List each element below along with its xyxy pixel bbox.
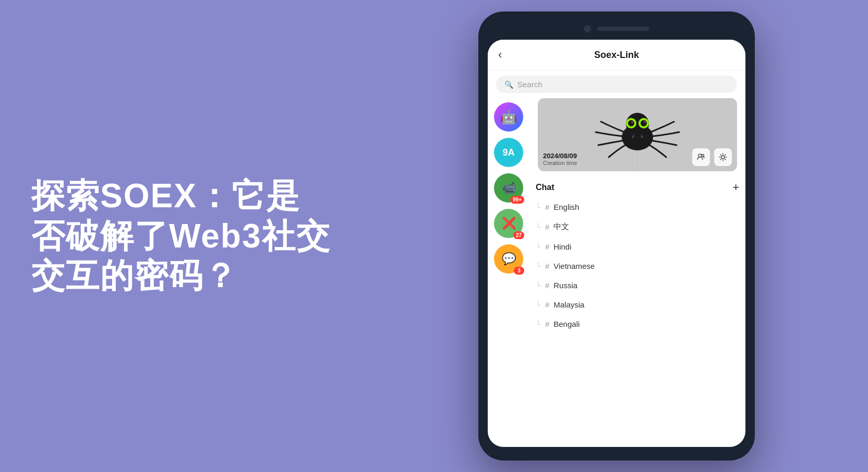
right-section: ‹ Soex-Link 🔍 Search 🤖 [365, 11, 868, 461]
indent-icon-7: └ [536, 320, 541, 328]
9a-label: 9A [502, 147, 514, 158]
speaker-bar [597, 27, 649, 31]
phone-notch [488, 21, 745, 37]
headline: 探索SOEX：它是否破解了Web3社交交互的密码？ [31, 176, 334, 296]
hash-icon-4: # [545, 262, 549, 270]
channel-item-russia[interactable]: └ # Russia [536, 276, 739, 295]
svg-point-9 [641, 120, 647, 126]
search-placeholder: Search [517, 80, 542, 89]
green2-icon: ❌ [502, 217, 516, 230]
channel-name-hindi: Hindi [553, 242, 571, 251]
hash-icon-1: # [545, 203, 549, 211]
indent-icon-2: └ [536, 223, 541, 231]
hash-icon-5: # [545, 281, 549, 290]
green1-icon: 📹 [502, 181, 516, 195]
phone-screen: ‹ Soex-Link 🔍 Search 🤖 [488, 40, 745, 447]
channel-item-bengali[interactable]: └ # Bengali [536, 314, 739, 334]
channel-name-english: English [553, 203, 579, 211]
banner-people-button[interactable] [692, 148, 710, 166]
channel-item-vietnamese[interactable]: └ # Vietnamese [536, 256, 739, 276]
chat-add-button[interactable]: + [732, 182, 739, 193]
avatar-orange[interactable]: 💬 3 [494, 244, 523, 274]
scrollable-area: Chat + └ # English └ [529, 175, 745, 447]
channel-item-chinese[interactable]: └ # 中文 [536, 217, 739, 237]
orange-icon: 💬 [502, 252, 516, 266]
avatars-column: 🤖 9A 📹 99+ ❌ 27 [488, 98, 529, 447]
avatar-green1[interactable]: 📹 99+ [494, 173, 523, 203]
chat-area: Chat + └ # English └ [529, 175, 745, 334]
indent-icon-3: └ [536, 243, 541, 251]
app-header: ‹ Soex-Link [488, 40, 745, 70]
svg-point-10 [631, 121, 633, 123]
channel-name-russia: Russia [553, 281, 577, 290]
svg-point-8 [628, 120, 634, 126]
banner-subtitle: Creation time [543, 160, 577, 166]
badge-99: 99+ [510, 196, 524, 204]
spider-svg [585, 101, 690, 169]
hash-icon-6: # [545, 300, 549, 309]
badge-3: 3 [514, 267, 524, 275]
channel-list: └ # English └ # 中文 └ [536, 197, 739, 334]
main-content: 2024/08/09 Creation time [529, 98, 745, 447]
settings-icon [719, 153, 727, 161]
channel-item-malaysia[interactable]: └ # Malaysia [536, 295, 739, 314]
svg-point-13 [702, 155, 704, 157]
indent-icon-1: └ [536, 203, 541, 211]
avatar-9a[interactable]: 9A [494, 138, 523, 167]
indent-icon-5: └ [536, 281, 541, 290]
channel-item-english[interactable]: └ # English [536, 197, 739, 217]
hash-icon-2: # [545, 222, 549, 231]
svg-point-12 [698, 154, 702, 157]
left-section: 探索SOEX：它是否破解了Web3社交交互的密码？ [0, 134, 365, 338]
search-icon: 🔍 [504, 80, 513, 89]
channel-name-bengali: Bengali [553, 320, 580, 328]
robot-emoji: 🤖 [500, 109, 517, 125]
svg-point-14 [721, 156, 725, 159]
banner-settings-button[interactable] [714, 148, 732, 166]
svg-point-11 [644, 121, 646, 123]
people-icon [697, 153, 705, 161]
channel-item-hindi[interactable]: └ # Hindi [536, 237, 739, 256]
banner-card: 2024/08/09 Creation time [538, 98, 737, 171]
chat-header: Chat + [536, 175, 739, 197]
camera-dot [584, 25, 591, 32]
app-title: Soex-Link [594, 50, 639, 61]
search-bar-container: 🔍 Search [488, 70, 745, 98]
channel-name-vietnamese: Vietnamese [553, 262, 595, 270]
search-input[interactable]: 🔍 Search [496, 76, 737, 93]
chat-label: Chat [536, 183, 554, 192]
avatar-robot[interactable]: 🤖 [494, 102, 523, 132]
hash-icon-3: # [545, 242, 549, 251]
banner-date: 2024/08/09 [543, 152, 577, 160]
avatar-green2[interactable]: ❌ 27 [494, 209, 523, 238]
indent-icon-6: └ [536, 301, 541, 309]
hash-icon-7: # [545, 320, 549, 328]
banner-actions [692, 148, 732, 166]
phone-shell: ‹ Soex-Link 🔍 Search 🤖 [478, 11, 755, 461]
channel-name-chinese: 中文 [553, 222, 569, 232]
back-button[interactable]: ‹ [498, 48, 502, 62]
badge-27: 27 [513, 231, 524, 239]
screen-content: 🤖 9A 📹 99+ ❌ 27 [488, 98, 745, 447]
indent-icon-4: └ [536, 262, 541, 270]
channel-name-malaysia: Malaysia [553, 300, 584, 309]
banner-info: 2024/08/09 Creation time [543, 152, 577, 166]
